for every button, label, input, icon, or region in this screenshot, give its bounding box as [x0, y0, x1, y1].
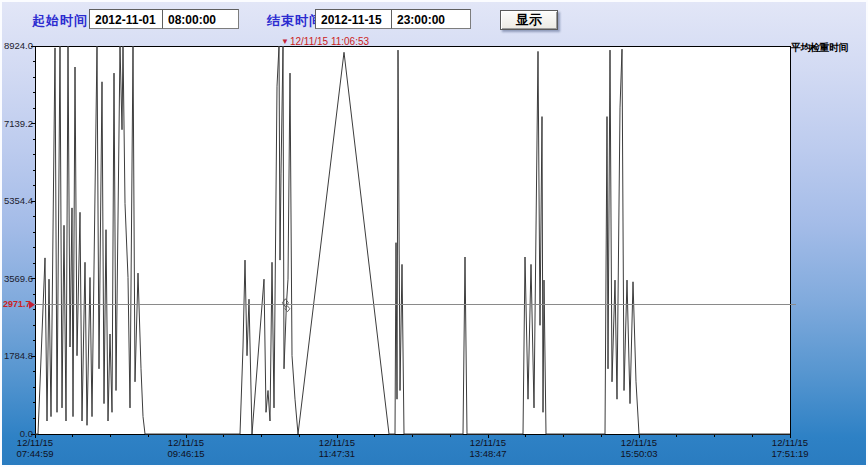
x-tick-label-date: 12/11/15: [772, 437, 808, 448]
marker-annotation: ▼ 12/11/15 11:06:53: [281, 37, 369, 47]
x-tick-label-date: 12/11/15: [319, 437, 355, 448]
y-tick-label: 8924.0: [4, 40, 33, 51]
plot-area[interactable]: [35, 46, 790, 434]
x-tick-label-time: 11:47:31: [319, 448, 355, 459]
spike-chart: 8924.07139.25354.43569.61784.80.012/11/1…: [2, 2, 868, 467]
x-tick-label-time: 17:51:19: [772, 448, 809, 459]
app-window: 起始时间 结束时间 显示 8924.07139.25354.43569.6178…: [0, 0, 868, 467]
average-value-label: 2971.7: [3, 299, 30, 309]
average-legend-label: 平均检重时间: [791, 41, 868, 55]
y-tick-label: 1784.8: [4, 350, 33, 361]
x-tick-label-time: 09:46:15: [168, 448, 205, 459]
x-tick-label-time: 07:44:59: [17, 448, 54, 459]
marker-annotation-text: 12/11/15 11:06:53: [290, 37, 369, 47]
x-tick-label-date: 12/11/15: [470, 437, 506, 448]
x-tick-label-time: 13:48:47: [470, 448, 507, 459]
y-tick-label: 7139.2: [4, 118, 33, 129]
x-tick-label-date: 12/11/15: [17, 437, 53, 448]
x-tick-label-date: 12/11/15: [168, 437, 204, 448]
marker-triangle-icon: ▼: [281, 37, 289, 46]
x-tick-label-date: 12/11/15: [621, 437, 657, 448]
x-tick-label-time: 15:50:03: [621, 448, 658, 459]
y-tick-label: 5354.4: [4, 195, 33, 206]
y-tick-label: 3569.6: [4, 273, 33, 284]
